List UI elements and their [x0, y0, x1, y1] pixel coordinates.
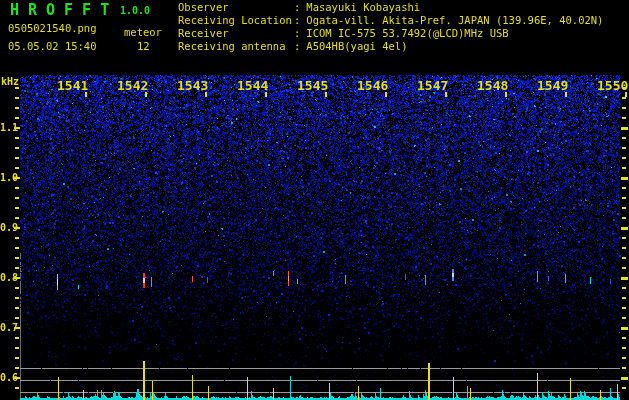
time-label: 1542 — [117, 79, 148, 92]
info-label: Observer — [178, 2, 294, 13]
info-row-antenna: Receiving antenna:A504HB(yagi 4el) — [178, 41, 407, 52]
info-value: A504HB(yagi 4el) — [306, 40, 407, 52]
mode-label: meteor — [124, 27, 162, 38]
info-row-observer: Observer:Masayuki Kobayashi — [178, 2, 420, 13]
freq-label: 1.1 — [0, 123, 18, 133]
freq-label: 0.6 — [0, 373, 18, 383]
time-label: 1543 — [177, 79, 208, 92]
info-value: Masayuki Kobayashi — [306, 1, 420, 13]
app-title: HROFFT — [10, 3, 118, 18]
time-label: 1549 — [537, 79, 568, 92]
freq-label: 1.0 — [0, 173, 18, 183]
info-colon: : — [294, 14, 300, 26]
time-label: 1545 — [297, 79, 328, 92]
info-label: Receiver — [178, 28, 294, 39]
info-colon: : — [294, 27, 300, 39]
time-label: 1544 — [237, 79, 268, 92]
info-colon: : — [294, 40, 300, 52]
freq-label: 0.8 — [0, 273, 18, 283]
info-value: Ogata-vill. Akita-Pref. JAPAN (139.96E, … — [306, 14, 603, 26]
info-label: Receiving Location — [178, 15, 294, 26]
time-label: 1547 — [417, 79, 448, 92]
info-colon: : — [294, 1, 300, 13]
info-value: ICOM IC-575 53.7492(@LCD)MHz USB — [306, 27, 508, 39]
time-label: 1541 — [57, 79, 88, 92]
time-label: 1546 — [357, 79, 388, 92]
hrofft-window: HROFFT 1.0.0 0505021540.png meteor 05.05… — [0, 0, 629, 400]
datetime: 05.05.02 15:40 — [8, 41, 97, 52]
time-label: 1548 — [477, 79, 508, 92]
echo-count: 12 — [137, 41, 150, 52]
freq-axis-unit: kHz — [1, 77, 19, 87]
info-row-location: Receiving Location:Ogata-vill. Akita-Pre… — [178, 15, 603, 26]
info-row-receiver: Receiver:ICOM IC-575 53.7492(@LCD)MHz US… — [178, 28, 509, 39]
info-label: Receiving antenna — [178, 41, 294, 52]
app-version: 1.0.0 — [120, 6, 150, 16]
spectrogram-canvas — [0, 0, 629, 400]
time-label: 1550 — [597, 79, 628, 92]
filename: 0505021540.png — [8, 23, 97, 34]
freq-label: 0.9 — [0, 223, 18, 233]
freq-label: 0.7 — [0, 323, 18, 333]
